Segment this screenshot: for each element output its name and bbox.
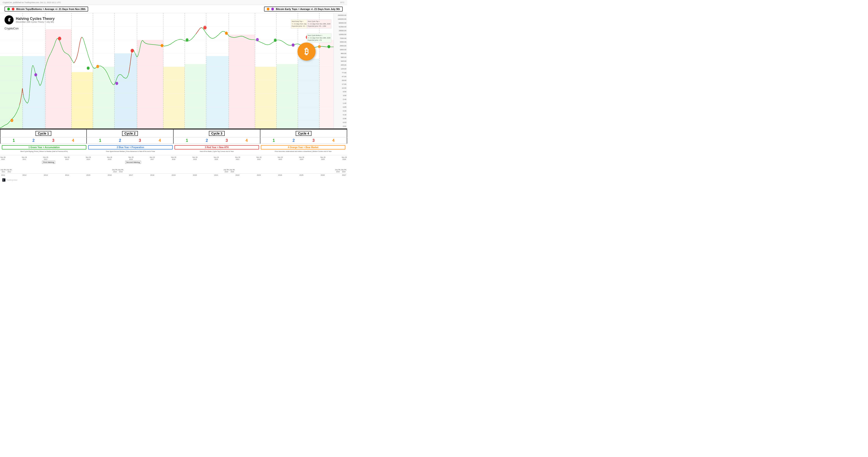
tradingview-label: T TradingView <box>2 178 18 182</box>
c2-num2: 2 <box>119 138 121 143</box>
c1-num1: 1 <box>13 138 15 143</box>
y-label: 345.00 <box>335 60 346 62</box>
halving-row: First Halving Second Halving <box>0 160 347 169</box>
logo-text: Halving Cycles Theory (November 28th Cyc… <box>16 17 55 23</box>
nov-date-1: Nov 282011 <box>22 156 27 160</box>
red-year-sub: New ATHs Made | Cycle Top Comes end of Y… <box>175 151 259 155</box>
c3-num2: 2 <box>206 138 208 143</box>
year-2013: 2013 <box>44 174 48 176</box>
y-label: 7200.00 <box>335 37 346 39</box>
svg-rect-7 <box>163 67 185 128</box>
year-2020: 2020 <box>193 174 197 176</box>
y-label: 3.90 <box>335 94 346 96</box>
c2-num1: 1 <box>99 138 101 143</box>
year-2016: 2016 <box>107 174 112 176</box>
july-dates-row: July 9th,2011 July 9th,2012 July 9th,201… <box>0 169 347 173</box>
chart-main: ₡ Halving Cycles Theory (November 28th C… <box>0 13 334 128</box>
blue-year-sub: Time Spent Around Median | Price Advance… <box>88 151 173 155</box>
legend-right: Bitcoin Early Tops = Average +/- 21 Days… <box>264 6 343 11</box>
y-label: 0.01 <box>335 125 346 127</box>
svg-rect-12 <box>276 64 298 128</box>
year-2024: 2024 <box>278 174 282 176</box>
year-2017: 2017 <box>129 174 133 176</box>
y-label: 47.00 <box>335 75 346 78</box>
y-label: 1.40 <box>335 102 346 104</box>
purple-dot <box>271 8 274 10</box>
cycle2-header: Cycle 2 <box>87 129 174 137</box>
btc-symbol: ₿ <box>305 47 309 56</box>
svg-point-45 <box>318 45 321 48</box>
svg-point-41 <box>274 39 277 42</box>
nov-date-9: Nov 282019 <box>192 156 197 160</box>
legend-right-text: Bitcoin Early Tops = Average +/- 21 Days… <box>276 8 340 10</box>
svg-point-43 <box>328 45 331 48</box>
c3-num3: 3 <box>225 138 228 143</box>
year-2023: 2023 <box>257 174 261 176</box>
july-date-5: July 9th,2020 <box>229 169 235 173</box>
svg-rect-3 <box>71 72 93 128</box>
chart-area: ₡ Halving Cycles Theory (November 28th C… <box>0 13 347 128</box>
orange-year-desc: 4 Orange Year = Bear Market <box>261 145 345 150</box>
green-year-sub: Best Cycle Buying Prices | Return to Med… <box>2 151 86 155</box>
legend-left-text: Bitcoin Tops/Bottoms = Average +/- 21 Da… <box>16 8 86 10</box>
year-2012: 2012 <box>22 174 26 176</box>
year-sub-desc-row: Best Cycle Buying Prices | Return to Med… <box>0 151 347 155</box>
nov-date-14: Nov 282024 <box>299 156 304 160</box>
c2-num4: 4 <box>159 138 161 143</box>
y-label: 1600.00 <box>335 49 346 51</box>
y-label: 960.00 <box>335 53 346 55</box>
logo-icon: ₡ <box>4 16 13 24</box>
svg-point-35 <box>131 49 134 53</box>
svg-point-40 <box>256 38 259 41</box>
nov-date-2: Nov 282012 <box>43 156 48 160</box>
metadata-text: CryptoCon, published on TradingView.com,… <box>3 1 61 4</box>
y-label: 84000.00 <box>335 22 346 24</box>
c4-num4: 4 <box>332 138 335 143</box>
y-label: 4400.00 <box>335 41 346 43</box>
svg-point-39 <box>225 32 228 35</box>
svg-rect-8 <box>185 64 206 128</box>
green-dot <box>7 8 10 10</box>
cycle3-nums: 1 2 3 4 <box>174 138 260 144</box>
y-label: 29.00 <box>335 80 346 82</box>
y-label: 585.00 <box>335 56 346 58</box>
y-label: 0.18 <box>335 114 346 116</box>
svg-rect-0 <box>0 56 23 128</box>
cycle-numbers-row: 1 2 3 4 1 2 3 4 1 2 3 4 1 2 <box>0 138 347 144</box>
svg-point-36 <box>161 44 164 47</box>
nov-date-0: Nov 282010 <box>0 156 5 160</box>
year-2019: 2019 <box>172 174 176 176</box>
year-2014: 2014 <box>65 174 69 176</box>
cycle2-label: Cycle 2 <box>122 131 138 136</box>
svg-rect-4 <box>93 67 114 128</box>
main-container: CryptoCon, published on TradingView.com,… <box>0 0 347 183</box>
nov-date-5: Nov 282015 <box>107 156 112 160</box>
july-date-4: July 9th,2019 <box>223 169 229 173</box>
top-bar: CryptoCon, published on TradingView.com,… <box>0 0 347 5</box>
cycle3-label: Cycle 3 <box>209 131 224 136</box>
y-label: 140000.00 <box>335 18 346 20</box>
july-date-6: July 9th,2023 <box>335 169 341 173</box>
july-date-7: July 9th,2024 <box>341 169 347 173</box>
y-label: 77.00 <box>335 72 346 74</box>
x-axis-years: 2011 2012 2013 2014 2015 2016 2017 2018 … <box>0 174 347 177</box>
svg-rect-1 <box>23 56 45 128</box>
svg-text:T: T <box>2 179 4 181</box>
first-halving: First Halving <box>42 161 55 164</box>
y-axis: 240000.00 140000.00 84000.00 51500.00 29… <box>334 13 347 128</box>
cycle4-header: Cycle 4 <box>260 129 347 137</box>
july-spacer-1 <box>12 169 112 173</box>
y-label: 29000.00 <box>335 30 346 32</box>
svg-point-38 <box>203 26 207 30</box>
year-2018: 2018 <box>150 174 154 176</box>
orange-dot <box>267 8 270 10</box>
tradingview-icon: T <box>2 178 5 182</box>
c4-num2: 2 <box>292 138 295 143</box>
svg-rect-10 <box>229 35 255 128</box>
y-label: 12000.00 <box>335 33 346 35</box>
july-date-2: July 9th,2015 <box>112 169 118 173</box>
y-label: 125.00 <box>335 68 346 70</box>
y-label: 0.65 <box>335 106 346 108</box>
c1-num4: 4 <box>72 138 74 143</box>
nov-dates-row: Nov 282010 Nov 282011 Nov 282012 Nov 282… <box>0 155 347 160</box>
